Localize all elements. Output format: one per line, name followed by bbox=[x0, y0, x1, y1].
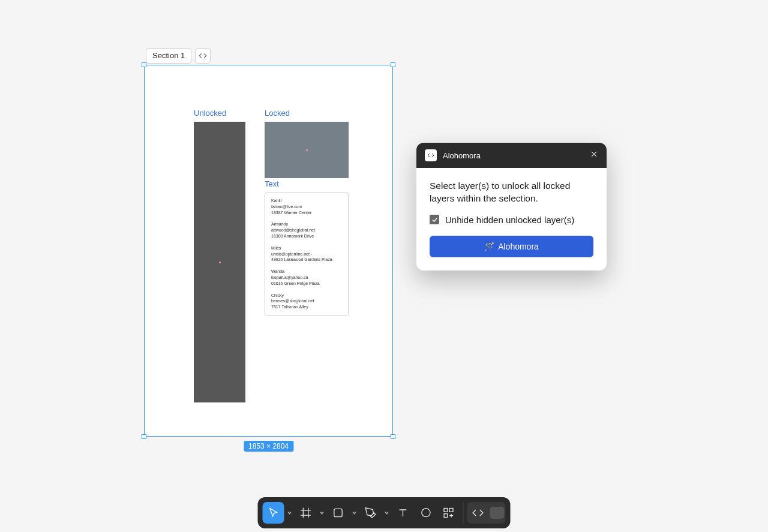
contact-entry: Kahlilfalcao@live.com18387 Warner Center bbox=[271, 198, 342, 215]
text-card[interactable]: Kahlilfalcao@live.com18387 Warner Center… bbox=[265, 193, 349, 315]
shape-tool-caret[interactable] bbox=[350, 510, 359, 515]
pen-tool-caret[interactable] bbox=[383, 510, 391, 515]
selection-handle[interactable] bbox=[391, 62, 395, 67]
frame-icon bbox=[300, 507, 312, 519]
unhide-checkbox[interactable] bbox=[430, 215, 439, 224]
move-tool[interactable] bbox=[263, 502, 284, 524]
contact-entry: Milesuncle@optonline.net -49926 Lakewood… bbox=[271, 245, 342, 263]
svg-rect-10 bbox=[449, 509, 453, 512]
dev-mode-group bbox=[467, 502, 506, 524]
wand-icon: 🪄 bbox=[484, 242, 494, 251]
actions-tool[interactable] bbox=[438, 502, 460, 524]
svg-rect-6 bbox=[334, 509, 342, 516]
frame-tool-caret[interactable] bbox=[318, 510, 326, 515]
canvas-frame[interactable]: 1853 × 2804 Unlocked Locked Text Kahlilf… bbox=[144, 65, 393, 437]
unlocked-rectangle[interactable] bbox=[194, 122, 245, 402]
checkbox-label: Unhide hidden unlocked layer(s) bbox=[445, 215, 574, 225]
selection-handle[interactable] bbox=[142, 62, 146, 67]
text-tool[interactable] bbox=[392, 502, 414, 524]
dev-mode-button[interactable] bbox=[469, 503, 488, 522]
locked-rectangle[interactable] bbox=[265, 122, 349, 178]
text-icon bbox=[397, 507, 409, 519]
close-icon bbox=[590, 150, 598, 158]
cursor-icon bbox=[268, 507, 280, 519]
center-dot-icon bbox=[219, 262, 221, 263]
check-icon bbox=[431, 217, 438, 223]
selection-handle[interactable] bbox=[391, 434, 395, 439]
frame-tool[interactable] bbox=[295, 502, 317, 524]
contact-entry: Armandoattwood@sbcglobal.net16300 Annama… bbox=[271, 221, 342, 239]
toolbar-separator bbox=[463, 502, 464, 524]
plugin-title: Alohomora bbox=[443, 151, 584, 160]
layer-label[interactable]: Text bbox=[265, 179, 279, 188]
comment-tool[interactable] bbox=[415, 502, 437, 524]
shape-tool[interactable] bbox=[328, 502, 349, 524]
layer-label[interactable]: Locked bbox=[265, 109, 290, 118]
layer-label[interactable]: Unlocked bbox=[194, 109, 226, 118]
pen-tool[interactable] bbox=[360, 502, 382, 524]
alohomora-button[interactable]: 🪄 Alohomora bbox=[430, 236, 593, 257]
plugin-dialog: Alohomora Select layer(s) to unlock all … bbox=[416, 143, 607, 270]
dev-mode-toggle[interactable] bbox=[490, 507, 505, 519]
apps-icon bbox=[443, 507, 455, 519]
center-dot-icon bbox=[306, 149, 308, 151]
contact-entry: Chickyhermes@sbcglobal.net7817 Talisman … bbox=[271, 293, 342, 310]
bottom-toolbar bbox=[258, 497, 511, 528]
pen-icon bbox=[365, 507, 377, 519]
code-mode-chip[interactable] bbox=[195, 48, 211, 64]
section-label[interactable]: Section 1 bbox=[146, 48, 191, 64]
code-icon bbox=[472, 507, 484, 519]
chat-icon bbox=[420, 507, 432, 519]
move-tool-caret[interactable] bbox=[286, 510, 294, 515]
selection-handle[interactable] bbox=[142, 434, 146, 439]
code-icon bbox=[199, 52, 207, 60]
dimensions-badge: 1853 × 2804 bbox=[244, 441, 293, 452]
plugin-description: Select layer(s) to unlock all locked lay… bbox=[430, 180, 593, 205]
close-button[interactable] bbox=[590, 150, 598, 161]
plugin-header[interactable]: Alohomora bbox=[416, 143, 607, 168]
svg-rect-11 bbox=[444, 514, 448, 518]
plugin-app-icon bbox=[425, 149, 437, 161]
rectangle-icon bbox=[332, 507, 344, 519]
svg-rect-9 bbox=[444, 509, 448, 512]
contact-entry: Wandaisepafus@yahoo.ca01016 Green Ridge … bbox=[271, 269, 342, 286]
